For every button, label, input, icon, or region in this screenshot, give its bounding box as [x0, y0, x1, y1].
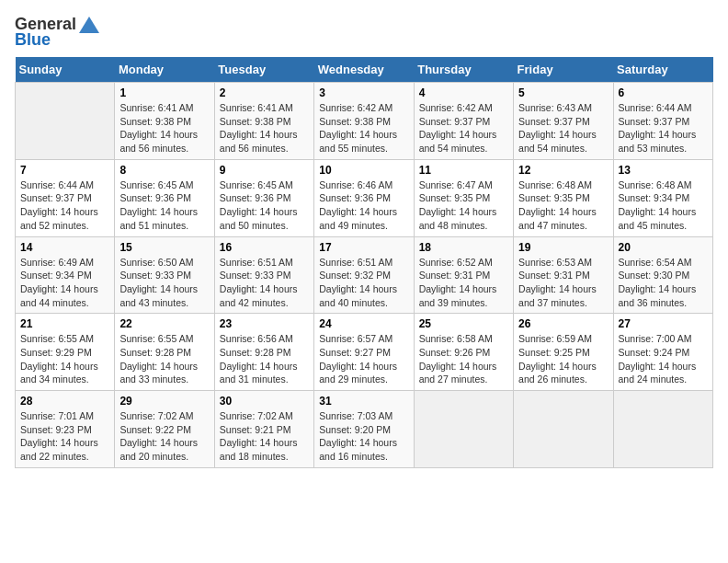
day-info: Sunrise: 7:02 AMSunset: 9:22 PMDaylight:… [119, 409, 209, 464]
calendar-cell: 1Sunrise: 6:41 AMSunset: 9:38 PMDaylight… [115, 83, 214, 160]
calendar-cell: 4Sunrise: 6:42 AMSunset: 9:37 PMDaylight… [414, 83, 513, 160]
calendar-cell: 24Sunrise: 6:57 AMSunset: 9:27 PMDayligh… [314, 314, 414, 391]
calendar-cell: 16Sunrise: 6:51 AMSunset: 9:33 PMDayligh… [214, 236, 313, 314]
calendar-cell: 28Sunrise: 7:01 AMSunset: 9:23 PMDayligh… [16, 391, 115, 468]
calendar-cell: 23Sunrise: 6:56 AMSunset: 9:28 PMDayligh… [214, 314, 313, 391]
logo-icon [79, 17, 99, 33]
day-info: Sunrise: 7:00 AMSunset: 9:24 PMDaylight:… [619, 332, 708, 386]
day-number: 18 [419, 241, 508, 254]
day-number: 14 [20, 241, 109, 254]
day-info: Sunrise: 7:03 AMSunset: 9:20 PMDaylight:… [319, 409, 408, 464]
day-number: 29 [119, 395, 209, 408]
calendar-cell: 8Sunrise: 6:45 AMSunset: 9:36 PMDaylight… [115, 159, 214, 236]
calendar-cell [514, 391, 613, 468]
svg-marker-0 [79, 17, 99, 33]
day-info: Sunrise: 6:45 AMSunset: 9:36 PMDaylight:… [119, 178, 209, 233]
calendar-cell: 20Sunrise: 6:54 AMSunset: 9:30 PMDayligh… [613, 236, 712, 314]
page-header: General Blue [15, 15, 713, 50]
calendar-cell: 5Sunrise: 6:43 AMSunset: 9:37 PMDaylight… [514, 83, 613, 160]
day-info: Sunrise: 6:44 AMSunset: 9:37 PMDaylight:… [619, 101, 708, 155]
day-info: Sunrise: 6:43 AMSunset: 9:37 PMDaylight:… [518, 101, 608, 155]
day-info: Sunrise: 6:41 AMSunset: 9:38 PMDaylight:… [220, 101, 309, 155]
logo: General Blue [15, 15, 99, 50]
weekday-header-sunday: Sunday [16, 57, 115, 83]
calendar-cell: 31Sunrise: 7:03 AMSunset: 9:20 PMDayligh… [314, 391, 414, 468]
day-info: Sunrise: 6:44 AMSunset: 9:37 PMDaylight:… [20, 178, 109, 233]
calendar-cell: 6Sunrise: 6:44 AMSunset: 9:37 PMDaylight… [613, 83, 712, 160]
day-number: 28 [20, 395, 109, 408]
weekday-header-saturday: Saturday [613, 57, 712, 83]
day-info: Sunrise: 6:48 AMSunset: 9:34 PMDaylight:… [619, 178, 708, 233]
day-number: 6 [619, 86, 708, 99]
day-info: Sunrise: 6:41 AMSunset: 9:38 PMDaylight:… [119, 101, 209, 155]
day-number: 26 [518, 317, 608, 330]
weekday-header-monday: Monday [115, 57, 214, 83]
day-info: Sunrise: 7:01 AMSunset: 9:23 PMDaylight:… [20, 409, 109, 464]
day-info: Sunrise: 6:54 AMSunset: 9:30 PMDaylight:… [619, 256, 708, 310]
day-number: 31 [319, 395, 408, 408]
calendar-cell: 15Sunrise: 6:50 AMSunset: 9:33 PMDayligh… [115, 236, 214, 314]
calendar-cell: 7Sunrise: 6:44 AMSunset: 9:37 PMDaylight… [16, 159, 115, 236]
day-number: 24 [319, 317, 408, 330]
day-number: 30 [220, 395, 309, 408]
day-number: 15 [119, 241, 209, 254]
day-number: 5 [518, 86, 608, 99]
calendar-cell [414, 391, 513, 468]
calendar-cell: 3Sunrise: 6:42 AMSunset: 9:38 PMDaylight… [314, 83, 414, 160]
day-number: 8 [119, 164, 209, 177]
calendar-cell: 10Sunrise: 6:46 AMSunset: 9:36 PMDayligh… [314, 159, 414, 236]
day-number: 27 [619, 317, 708, 330]
day-number: 3 [319, 86, 408, 99]
day-number: 11 [419, 164, 508, 177]
calendar-cell: 13Sunrise: 6:48 AMSunset: 9:34 PMDayligh… [613, 159, 712, 236]
weekday-header-thursday: Thursday [414, 57, 513, 83]
day-info: Sunrise: 6:42 AMSunset: 9:37 PMDaylight:… [419, 101, 508, 155]
day-number: 22 [119, 317, 209, 330]
day-info: Sunrise: 6:48 AMSunset: 9:35 PMDaylight:… [518, 178, 608, 233]
day-info: Sunrise: 6:55 AMSunset: 9:28 PMDaylight:… [119, 332, 209, 386]
calendar-cell [16, 83, 115, 160]
day-info: Sunrise: 6:50 AMSunset: 9:33 PMDaylight:… [119, 256, 209, 310]
day-info: Sunrise: 6:53 AMSunset: 9:31 PMDaylight:… [518, 256, 608, 310]
calendar-week-row: 7Sunrise: 6:44 AMSunset: 9:37 PMDaylight… [16, 159, 713, 236]
calendar-cell: 9Sunrise: 6:45 AMSunset: 9:36 PMDaylight… [214, 159, 313, 236]
day-number: 13 [619, 164, 708, 177]
calendar-cell: 14Sunrise: 6:49 AMSunset: 9:34 PMDayligh… [16, 236, 115, 314]
calendar-table: SundayMondayTuesdayWednesdayThursdayFrid… [15, 57, 713, 468]
weekday-header-tuesday: Tuesday [214, 57, 313, 83]
calendar-cell: 29Sunrise: 7:02 AMSunset: 9:22 PMDayligh… [115, 391, 214, 468]
calendar-cell: 26Sunrise: 6:59 AMSunset: 9:25 PMDayligh… [514, 314, 613, 391]
day-info: Sunrise: 6:47 AMSunset: 9:35 PMDaylight:… [419, 178, 508, 233]
calendar-cell: 18Sunrise: 6:52 AMSunset: 9:31 PMDayligh… [414, 236, 513, 314]
day-info: Sunrise: 6:58 AMSunset: 9:26 PMDaylight:… [419, 332, 508, 386]
day-number: 10 [319, 164, 408, 177]
calendar-cell: 12Sunrise: 6:48 AMSunset: 9:35 PMDayligh… [514, 159, 613, 236]
weekday-header-wednesday: Wednesday [314, 57, 414, 83]
day-info: Sunrise: 6:55 AMSunset: 9:29 PMDaylight:… [20, 332, 109, 386]
day-info: Sunrise: 6:56 AMSunset: 9:28 PMDaylight:… [220, 332, 309, 386]
calendar-cell: 22Sunrise: 6:55 AMSunset: 9:28 PMDayligh… [115, 314, 214, 391]
day-number: 25 [419, 317, 508, 330]
calendar-week-row: 1Sunrise: 6:41 AMSunset: 9:38 PMDaylight… [16, 83, 713, 160]
day-number: 9 [220, 164, 309, 177]
day-info: Sunrise: 7:02 AMSunset: 9:21 PMDaylight:… [220, 409, 309, 464]
day-info: Sunrise: 6:42 AMSunset: 9:38 PMDaylight:… [319, 101, 408, 155]
calendar-cell: 19Sunrise: 6:53 AMSunset: 9:31 PMDayligh… [514, 236, 613, 314]
day-info: Sunrise: 6:51 AMSunset: 9:32 PMDaylight:… [319, 256, 408, 310]
calendar-cell: 27Sunrise: 7:00 AMSunset: 9:24 PMDayligh… [613, 314, 712, 391]
weekday-header-friday: Friday [514, 57, 613, 83]
calendar-cell: 30Sunrise: 7:02 AMSunset: 9:21 PMDayligh… [214, 391, 313, 468]
calendar-cell: 11Sunrise: 6:47 AMSunset: 9:35 PMDayligh… [414, 159, 513, 236]
day-number: 7 [20, 164, 109, 177]
day-number: 12 [518, 164, 608, 177]
day-number: 20 [619, 241, 708, 254]
day-number: 1 [119, 86, 209, 99]
calendar-cell [613, 391, 712, 468]
day-number: 19 [518, 241, 608, 254]
day-info: Sunrise: 6:46 AMSunset: 9:36 PMDaylight:… [319, 178, 408, 233]
day-info: Sunrise: 6:52 AMSunset: 9:31 PMDaylight:… [419, 256, 508, 310]
calendar-cell: 17Sunrise: 6:51 AMSunset: 9:32 PMDayligh… [314, 236, 414, 314]
day-number: 17 [319, 241, 408, 254]
calendar-week-row: 14Sunrise: 6:49 AMSunset: 9:34 PMDayligh… [16, 236, 713, 314]
day-info: Sunrise: 6:59 AMSunset: 9:25 PMDaylight:… [518, 332, 608, 386]
